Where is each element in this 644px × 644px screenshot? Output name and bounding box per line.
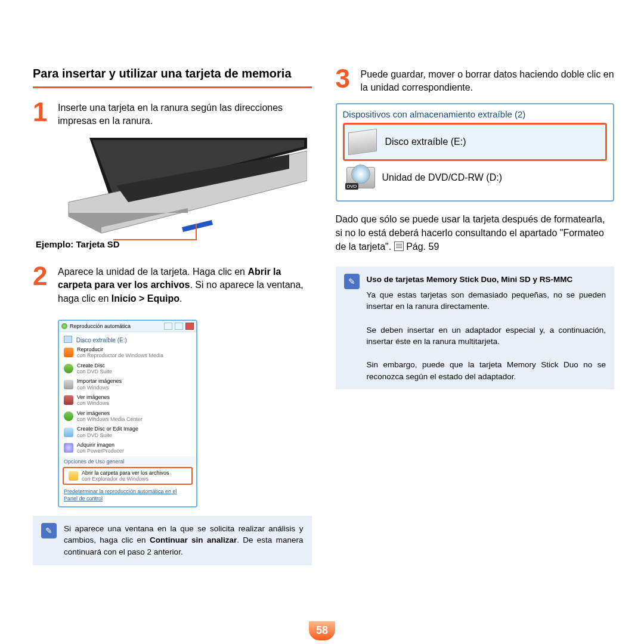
subtext: con DVD Suite	[77, 369, 112, 374]
acquire-icon	[64, 443, 73, 453]
drive-label: Disco extraíble (E:)	[59, 332, 196, 345]
text: Create Disc or Edit Image	[77, 426, 138, 432]
text: Adquirir imagen	[77, 442, 114, 448]
text: Predeterminar la reproducción automática…	[64, 488, 177, 494]
autoplay-option[interactable]: Reproducircon Reproductor de Windows Med…	[59, 345, 196, 361]
pencil-icon: ✎	[41, 523, 57, 538]
autoplay-icon	[61, 323, 67, 329]
note-paragraph: Ya que estas tarjetas son demasiado pequ…	[367, 290, 606, 311]
text: Dado que sólo se puede usar la tarjeta d…	[336, 214, 605, 252]
text: .	[179, 293, 182, 304]
removable-disk-icon	[348, 128, 377, 155]
autoplay-option[interactable]: Create Disccon DVD Suite	[59, 361, 196, 377]
maximize-button[interactable]	[175, 323, 183, 330]
laptop-figure: Ejemplo: Tarjeta SD	[33, 138, 312, 239]
step-text: Puede guardar, mover o borrar datos haci…	[361, 66, 615, 95]
bold-text: Continuar sin analizar	[150, 535, 237, 544]
highlighted-option[interactable]: Abrir la carpeta para ver los archivosco…	[63, 467, 193, 485]
step-2: 2 Aparece la unidad de la tarjeta. Haga …	[33, 263, 312, 305]
edit-icon	[64, 428, 73, 437]
note-content: Uso de tarjetas Memory Stick Duo, Mini S…	[367, 274, 606, 382]
text: Abrir la carpeta para ver los archivos	[82, 470, 169, 476]
autoplay-window: Reproducción automática Disco extraíble …	[58, 320, 197, 507]
text: Reproducir	[77, 346, 103, 352]
step-number: 2	[33, 263, 51, 305]
drive-icon	[64, 336, 72, 343]
step-text: Inserte una tarjeta en la ranura según l…	[58, 99, 312, 128]
window-titlebar: Reproducción automática	[59, 321, 196, 332]
removable-disk-row[interactable]: Disco extraíble (E:)	[343, 123, 608, 161]
svg-marker-5	[182, 220, 213, 232]
dvd-drive-row[interactable]: DVD Unidad de DVD/CD-RW (D:)	[343, 161, 608, 194]
subtext: con Windows Media Center	[77, 416, 143, 422]
page-ref: Pág. 59	[406, 242, 439, 252]
note-paragraph: Sin embargo, puede que la tarjeta Memory…	[367, 360, 606, 381]
disc-icon	[64, 364, 73, 373]
pencil-icon: ✎	[344, 274, 360, 289]
autoplay-option[interactable]: Ver imágenescon Windows	[59, 392, 196, 408]
close-button[interactable]	[185, 323, 194, 330]
text: Disco extraíble (E:)	[76, 337, 127, 343]
autoplay-footer-link[interactable]: Predeterminar la reproducción automática…	[59, 486, 196, 506]
pictures-icon	[64, 395, 73, 405]
step-number: 1	[33, 99, 51, 128]
body-text: Dado que sólo se puede usar la tarjeta d…	[336, 212, 615, 254]
text: Aparece la unidad de la tarjeta. Haga cl…	[58, 267, 247, 277]
callout-line	[113, 239, 197, 240]
subtext: con PowerProducer	[77, 448, 124, 454]
folder-icon	[69, 471, 78, 481]
play-icon	[64, 348, 73, 357]
subtext: con Windows	[77, 385, 122, 391]
example-label: Ejemplo: Tarjeta SD	[36, 239, 120, 249]
autoplay-option[interactable]: Importar imágenescon Windows	[59, 376, 196, 392]
text: Ver imágenes	[77, 410, 110, 416]
page-ref-icon	[394, 242, 404, 251]
text: Create Disc	[77, 363, 105, 369]
device-label: Unidad de DVD/CD-RW (D:)	[382, 172, 503, 183]
camera-icon	[64, 380, 73, 389]
devices-title: Dispositivos con almacenamiento extraíbl…	[343, 109, 608, 119]
window-title: Reproducción automática	[70, 323, 131, 329]
devices-panel: Dispositivos con almacenamiento extraíbl…	[336, 103, 615, 202]
autoplay-option[interactable]: Create Disc or Edit Imagecon DVD Suite	[59, 424, 196, 440]
subtext: con Reproductor de Windows Media	[77, 352, 163, 358]
subtext: con Explorador de Windows	[82, 476, 169, 482]
note-box: ✎ Si aparece una ventana en la que se so…	[33, 516, 312, 565]
subtext: con Windows	[77, 400, 110, 406]
subtext: con DVD Suite	[77, 432, 138, 438]
mediacenter-icon	[64, 411, 73, 421]
section-title: Para insertar y utilizar una tarjeta de …	[33, 66, 312, 88]
section-label: Opciones de Uso general	[59, 456, 196, 466]
autoplay-option[interactable]: Adquirir imagencon PowerProducer	[59, 440, 196, 456]
step-1: 1 Inserte una tarjeta en la ranura según…	[33, 99, 312, 128]
device-label: Disco extraíble (E:)	[385, 137, 466, 147]
autoplay-option[interactable]: Ver imágenescon Windows Media Center	[59, 408, 196, 425]
note-box: ✎ Uso de tarjetas Memory Stick Duo, Mini…	[336, 267, 615, 389]
note-title: Uso de tarjetas Memory Stick Duo, Mini S…	[367, 274, 606, 286]
text: Importar imágenes	[77, 378, 122, 384]
step-text: Aparece la unidad de la tarjeta. Haga cl…	[58, 263, 312, 305]
text: Ver imágenes	[77, 394, 110, 400]
bold-text: Inicio > Equipo	[112, 293, 179, 304]
dvd-badge: DVD	[345, 183, 359, 190]
step-3: 3 Puede guardar, mover o borrar datos ha…	[336, 66, 615, 95]
dvd-drive-icon: DVD	[346, 167, 374, 188]
laptop-illustration	[33, 138, 307, 239]
page-number: 58	[309, 621, 335, 640]
minimize-button[interactable]	[164, 323, 172, 330]
text: Panel de control	[64, 496, 103, 501]
note-paragraph: Se deben insertar en un adaptador especi…	[367, 326, 606, 346]
note-text: Si aparece una ventana en la que se soli…	[64, 523, 304, 558]
step-number: 3	[336, 66, 354, 95]
